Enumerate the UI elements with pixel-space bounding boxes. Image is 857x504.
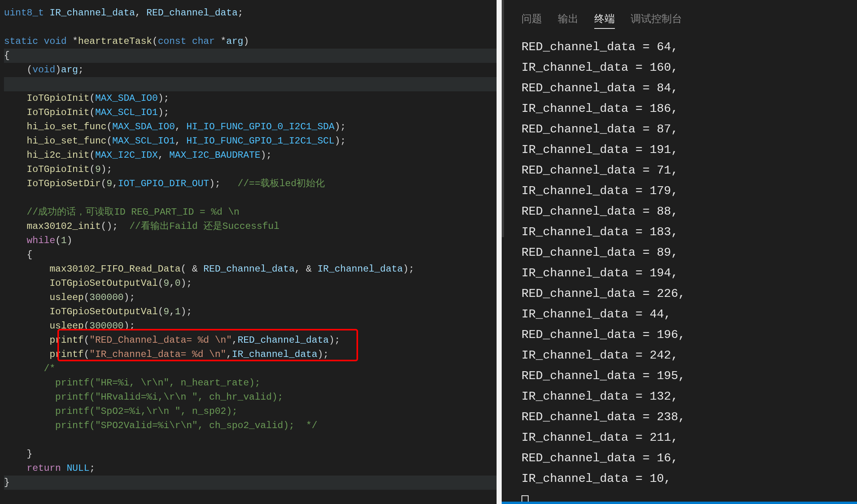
terminal-line: IR_channel_data = 211,: [521, 427, 837, 448]
token-keyword: static: [4, 36, 38, 47]
terminal-line: RED_channel_data = 195,: [521, 366, 837, 386]
token-type: uint8_t: [4, 8, 44, 18]
code-editor[interactable]: uint8_t IR_channel_data, RED_channel_dat…: [0, 6, 497, 490]
terminal-line: RED_channel_data = 16,: [521, 448, 837, 468]
terminal-line: IR_channel_data = 194,: [521, 263, 837, 283]
app-container: uint8_t IR_channel_data, RED_channel_dat…: [0, 0, 857, 504]
pane-divider[interactable]: [497, 0, 502, 504]
terminal-line: IR_channel_data = 183,: [521, 222, 837, 242]
tab-debug-console[interactable]: 调试控制台: [631, 12, 682, 29]
terminal-line: IR_channel_data = 10,: [521, 468, 837, 489]
terminal-line: IR_channel_data = 179,: [521, 181, 837, 201]
terminal-line: IR_channel_data = 160,: [521, 57, 837, 78]
comment: //成功的话，可读取ID REG_PART_ID = %d \n: [27, 207, 240, 217]
scroll-indicator: [502, 0, 504, 237]
token-var: RED_channel_data: [146, 8, 237, 18]
tab-terminal[interactable]: 终端: [594, 12, 615, 29]
panel-pane: 问题 输出 终端 调试控制台 RED_channel_data = 64, IR…: [502, 0, 857, 504]
terminal-line: IR_channel_data = 132,: [521, 386, 837, 407]
terminal-line: RED_channel_data = 71,: [521, 160, 837, 181]
terminal-line: RED_channel_data = 238,: [521, 407, 837, 427]
token-function: heartrateTask: [78, 36, 152, 47]
terminal-line: RED_channel_data = 89,: [521, 242, 837, 263]
status-bar[interactable]: [502, 502, 857, 504]
terminal-line: IR_channel_data = 191,: [521, 140, 837, 160]
terminal-line: RED_channel_data = 88,: [521, 201, 837, 222]
editor-pane[interactable]: uint8_t IR_channel_data, RED_channel_dat…: [0, 0, 497, 504]
terminal-output[interactable]: RED_channel_data = 64, IR_channel_data =…: [502, 33, 857, 504]
tab-problems[interactable]: 问题: [521, 12, 542, 29]
panel-tabs: 问题 输出 终端 调试控制台: [502, 0, 857, 33]
terminal-line: IR_channel_data = 242,: [521, 345, 837, 366]
tab-output[interactable]: 输出: [558, 12, 578, 29]
terminal-line: RED_channel_data = 84,: [521, 78, 837, 98]
terminal-line: RED_channel_data = 226,: [521, 283, 837, 304]
terminal-line: RED_channel_data = 196,: [521, 325, 837, 345]
terminal-line: IR_channel_data = 44,: [521, 304, 837, 325]
token-var: IR_channel_data: [49, 8, 135, 18]
terminal-line: IR_channel_data = 186,: [521, 98, 837, 119]
terminal-line: RED_channel_data = 64,: [521, 37, 837, 57]
terminal-line: RED_channel_data = 87,: [521, 119, 837, 140]
token-keyword: void: [44, 36, 67, 47]
